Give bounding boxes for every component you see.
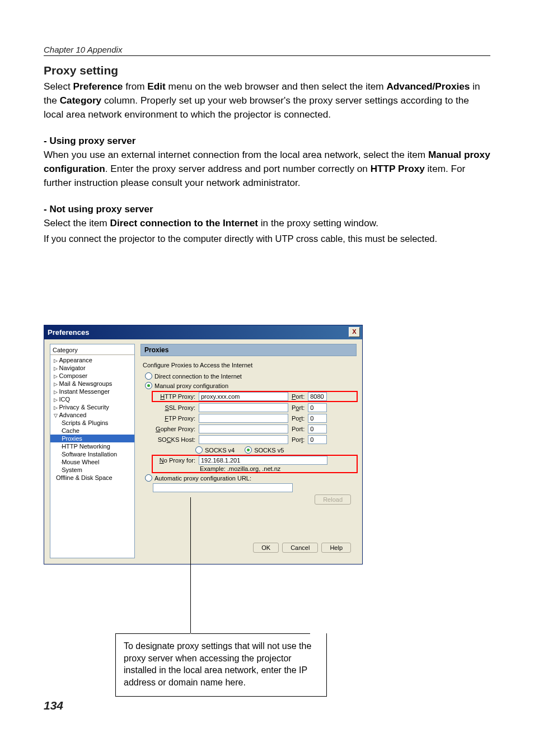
cancel-button[interactable]: Cancel (282, 543, 318, 553)
ssl-proxy-label: SSL Proxy: (153, 404, 195, 411)
port-label: Port: (292, 415, 305, 422)
callout-connector (190, 497, 191, 633)
text: Select (44, 81, 73, 92)
bold: Edit (147, 81, 165, 92)
text: in the proxy setting window. (258, 217, 378, 228)
callout-text: To designate proxy settings that will no… (115, 633, 327, 697)
port-label: Port: (292, 436, 305, 443)
text: Select the item (44, 217, 110, 228)
http-port-input[interactable] (308, 392, 327, 401)
category-header: Category (50, 346, 134, 355)
text: When you use an external internet connec… (44, 149, 428, 160)
dialog-footer: OK Cancel Help (140, 538, 357, 558)
no-proxy-highlight: No Proxy for: Example: .mozilla.org, .ne… (153, 456, 357, 472)
panel-title: Proxies (140, 344, 357, 356)
proxies-panel: Proxies Configure Proxies to Access the … (140, 344, 357, 558)
bold: Direct connection to the Internet (110, 217, 258, 228)
reload-button[interactable]: Reload (315, 494, 351, 505)
ftp-port-input[interactable] (308, 414, 327, 423)
radio-label: SOCKS v4 (205, 447, 235, 454)
page-number: 134 (44, 699, 63, 712)
cat-scripts[interactable]: Scripts & Plugins (50, 419, 134, 427)
bold: Preference (73, 81, 123, 92)
http-proxy-highlight: HHTTP Proxy:TTP Proxy: Port: (153, 392, 357, 401)
radio-icon[interactable] (145, 382, 152, 389)
gopher-proxy-input[interactable] (199, 424, 288, 433)
gopher-port-input[interactable] (308, 424, 327, 433)
radio-label: Manual proxy configuration (154, 382, 228, 389)
radio-direct[interactable]: Direct connection to the Internet (140, 372, 357, 380)
intro-paragraph: Select Preference from Edit menu on the … (44, 80, 490, 122)
cat-icq[interactable]: ICQ (50, 395, 134, 403)
preferences-dialog: Preferences X Category Appearance Naviga… (44, 325, 363, 564)
radio-icon[interactable] (245, 446, 252, 454)
ok-button[interactable]: OK (253, 543, 279, 553)
radio-socks5[interactable]: SOCKS v5 (245, 446, 284, 454)
no-proxy-input[interactable] (199, 456, 327, 465)
cat-cache[interactable]: Cache (50, 427, 134, 435)
using-proxy-para: When you use an external internet connec… (44, 148, 490, 190)
socks-port-input[interactable] (308, 435, 327, 444)
http-proxy-label: HHTTP Proxy:TTP Proxy: (153, 393, 195, 400)
radio-label: SOCKS v5 (254, 447, 284, 454)
cat-mouse-wheel[interactable]: Mouse Wheel (50, 458, 134, 466)
cat-navigator[interactable]: Navigator (50, 364, 134, 372)
port-label: Port: (292, 404, 305, 411)
port-label: Port: (292, 393, 305, 400)
http-proxy-input[interactable] (199, 392, 288, 401)
using-proxy-heading: - Using proxy server (44, 136, 490, 147)
bold: Advanced/Proxies (386, 81, 470, 92)
cat-http-networking[interactable]: HTTP Networking (50, 442, 134, 450)
section-title: Proxy setting (44, 64, 490, 77)
radio-icon[interactable] (195, 446, 203, 454)
dialog-titlebar[interactable]: Preferences X (44, 325, 362, 339)
close-icon[interactable]: X (349, 327, 360, 337)
not-using-proxy-para: Select the item Direct connection to the… (44, 216, 490, 230)
dialog-title-text: Preferences (48, 328, 89, 337)
cat-appearance[interactable]: Appearance (50, 356, 134, 364)
text: from (123, 81, 147, 92)
radio-icon[interactable] (145, 372, 152, 380)
cat-software-install[interactable]: Software Installation (50, 450, 134, 458)
text: . Enter the proxy server address and por… (105, 163, 371, 174)
socks-host-label: SOCKS Host: (153, 436, 195, 443)
category-tree[interactable]: Category Appearance Navigator Composer M… (50, 344, 135, 558)
bold: HTTP Proxy (371, 163, 425, 174)
example-text: Example: .mozilla.org, .net.nz (200, 465, 357, 472)
fieldset-label: Configure Proxies to Access the Internet (143, 362, 357, 368)
ftp-proxy-label: FTP Proxy: (153, 415, 195, 422)
text: column. Properly set up your web browser… (44, 95, 469, 120)
ssl-proxy-input[interactable] (199, 403, 288, 412)
radio-icon[interactable] (145, 474, 152, 482)
radio-label: Direct connection to the Internet (154, 373, 242, 380)
text: menu on the web browser and then select … (166, 81, 387, 92)
port-label: Port: (292, 426, 305, 432)
cat-im[interactable]: Instant Messenger (50, 388, 134, 395)
radio-label: Automatic proxy configuration URL: (154, 475, 251, 482)
utp-note: If you connect the projector to the comp… (44, 232, 490, 245)
radio-auto-url[interactable]: Automatic proxy configuration URL: (145, 474, 357, 482)
gopher-proxy-label: Gopher Proxy: (153, 426, 195, 432)
cat-mail[interactable]: Mail & Newsgroups (50, 380, 134, 388)
ftp-proxy-input[interactable] (199, 414, 288, 423)
bold: Category (60, 95, 102, 106)
cat-advanced[interactable]: Advanced (50, 411, 134, 419)
cat-proxies[interactable]: Proxies (50, 435, 134, 442)
no-proxy-label: No Proxy for: (153, 457, 195, 464)
ssl-port-input[interactable] (308, 403, 327, 412)
not-using-proxy-heading: - Not using proxy server (44, 204, 490, 215)
cat-offline[interactable]: Offline & Disk Space (50, 474, 134, 482)
socks-host-input[interactable] (199, 435, 288, 444)
cat-composer[interactable]: Composer (50, 372, 134, 380)
radio-manual[interactable]: Manual proxy configuration (140, 381, 357, 390)
socks-version-row: SOCKS v4 SOCKS v5 (195, 446, 357, 454)
chapter-header: Chapter 10 Appendix (44, 45, 490, 56)
cat-privacy[interactable]: Privacy & Security (50, 403, 134, 411)
auto-url-input[interactable] (153, 483, 293, 492)
help-button[interactable]: Help (321, 543, 351, 553)
cat-system[interactable]: System (50, 466, 134, 474)
radio-socks4[interactable]: SOCKS v4 (195, 446, 235, 454)
